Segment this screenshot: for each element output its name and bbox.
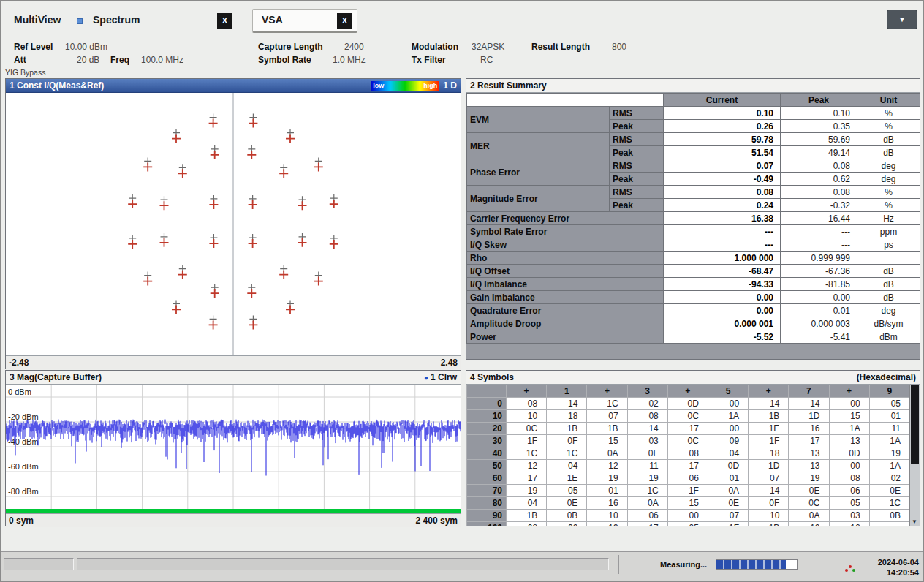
symbol-cell: 09 bbox=[708, 435, 748, 447]
symbol-cell: 00 bbox=[547, 522, 587, 527]
result-row: I/Q Offset-68.47-67.36dB bbox=[467, 265, 920, 278]
magnitude-x-axis: 0 sym 2 400 sym bbox=[6, 513, 461, 527]
symbol-cell: 10 bbox=[749, 510, 789, 522]
constellation-plot-area[interactable] bbox=[6, 93, 461, 355]
symbol-cell: 02 bbox=[869, 472, 909, 485]
symbol-cell: 16 bbox=[587, 497, 627, 510]
symbol-cell: 1D bbox=[749, 460, 789, 472]
result-length-value[interactable]: 800 bbox=[612, 42, 626, 52]
constellation-window: 1 Const I/Q(Meas&Ref) low high 1 D -2.48… bbox=[5, 78, 461, 369]
magnitude-window-title[interactable]: 3 Mag(Capture Buffer) ● 1 Clrw bbox=[6, 371, 461, 385]
symbol-cell: 06 bbox=[829, 485, 869, 497]
result-peak-value: 49.14 bbox=[781, 146, 857, 159]
svg-text:0 dBm: 0 dBm bbox=[8, 388, 31, 396]
symbol-cell: 00 bbox=[708, 398, 748, 410]
result-current-value: 0.07 bbox=[664, 159, 781, 173]
constellation-window-title[interactable]: 1 Const I/Q(Meas&Ref) low high 1 D bbox=[6, 79, 461, 93]
symbol-cell: 17 bbox=[667, 460, 708, 472]
symbol-cell: 08 bbox=[627, 410, 667, 423]
tab-multiview[interactable]: MultiView bbox=[14, 14, 61, 26]
result-row: Symbol Rate Error------ppm bbox=[467, 225, 920, 238]
x-axis-start: 0 sym bbox=[9, 515, 34, 526]
symbol-cell: 19 bbox=[789, 472, 829, 485]
result-param-name: Symbol Rate Error bbox=[467, 225, 664, 238]
symbol-cell: 11 bbox=[627, 460, 667, 472]
symbol-cell: 02 bbox=[627, 398, 667, 410]
symbol-cell: 0E bbox=[789, 485, 829, 497]
att-label: Att bbox=[14, 55, 26, 65]
x-axis-max: 2.48 bbox=[441, 358, 458, 368]
result-param-name: Phase Error bbox=[467, 159, 610, 186]
measuring-section: Measuring... bbox=[618, 555, 836, 574]
modulation-value[interactable]: 32APSK bbox=[472, 42, 504, 52]
tab-vsa-label: VSA bbox=[262, 14, 283, 26]
modulation-label: Modulation bbox=[412, 42, 458, 52]
result-param-name: I/Q Imbalance bbox=[467, 278, 664, 291]
result-param-name: Rho bbox=[467, 252, 664, 265]
result-row: I/Q Skew------ps bbox=[467, 238, 920, 252]
symbols-table: +1+3+5+7+9 008141C020D001414000510101807… bbox=[466, 385, 910, 526]
result-unit: % bbox=[857, 199, 920, 212]
att-value[interactable]: 20 dB bbox=[77, 55, 99, 65]
symbol-cell: 18 bbox=[749, 447, 789, 460]
symbol-cell: 05 bbox=[829, 497, 869, 510]
ref-level-value[interactable]: 10.00 dBm bbox=[65, 42, 107, 52]
symbol-rate-value[interactable]: 1.0 MHz bbox=[333, 55, 366, 65]
symbol-cell: 1A bbox=[869, 460, 909, 472]
tx-filter-value[interactable]: RC bbox=[480, 55, 493, 65]
symbols-col-header: 9 bbox=[869, 385, 909, 398]
tab-vsa[interactable]: VSA X bbox=[252, 9, 357, 33]
symbols-window-title[interactable]: 4 Symbols (Hexadecimal) bbox=[466, 371, 920, 385]
symbol-cell: 19 bbox=[507, 485, 547, 497]
symbol-cell: 00 bbox=[829, 398, 869, 410]
symbols-row: 200C1B1B1417001E161A11 bbox=[467, 423, 910, 435]
symbol-cell: 06 bbox=[627, 510, 667, 522]
result-unit: Hz bbox=[857, 212, 920, 225]
result-peak-value: 0.10 bbox=[781, 107, 857, 120]
close-vsa-button[interactable]: X bbox=[337, 13, 352, 29]
freq-label: Freq bbox=[110, 55, 129, 65]
symbol-cell: 1E bbox=[749, 423, 789, 435]
symbol-cell: 14 bbox=[749, 398, 789, 410]
symbol-cell: 05 bbox=[869, 398, 909, 410]
symbol-cell bbox=[869, 522, 909, 527]
result-current-value: 0.000 001 bbox=[664, 317, 781, 330]
symbol-cell: 08 bbox=[829, 472, 869, 485]
result-current-value: --- bbox=[664, 225, 781, 238]
symbol-cell: 10 bbox=[587, 510, 627, 522]
result-header-row: Current Peak Unit bbox=[467, 94, 920, 107]
result-param-name: I/Q Skew bbox=[467, 238, 664, 252]
result-current-value: 51.54 bbox=[664, 146, 781, 159]
svg-text:-60 dBm: -60 dBm bbox=[8, 462, 39, 471]
close-spectrum-button[interactable]: X bbox=[217, 13, 232, 29]
symbol-cell: 05 bbox=[547, 485, 587, 497]
magnitude-plot-area[interactable]: 0 dBm-20 dBm-40 dBm-60 dBm-80 dBm bbox=[6, 385, 461, 513]
result-unit: % bbox=[857, 107, 920, 120]
symbol-cell: 1B bbox=[587, 423, 627, 435]
freq-value[interactable]: 100.0 MHz bbox=[141, 55, 183, 65]
result-current-value: 0.24 bbox=[664, 199, 781, 212]
symbols-row-address: 60 bbox=[467, 472, 507, 485]
capture-length-value[interactable]: 2400 bbox=[344, 42, 364, 52]
result-unit: dB bbox=[857, 278, 920, 291]
tx-filter-label: Tx Filter bbox=[412, 55, 446, 65]
symbol-cell: 07 bbox=[708, 510, 748, 522]
symbols-scrollbar[interactable]: ▼ bbox=[909, 385, 920, 526]
magnitude-window: 3 Mag(Capture Buffer) ● 1 Clrw 0 dBm-20 … bbox=[5, 370, 461, 526]
symbols-row: 80040E160A150E0F0C051C bbox=[467, 497, 910, 510]
result-row: I/Q Imbalance-94.33-81.85dB bbox=[467, 278, 920, 291]
symbol-cell: 0E bbox=[869, 485, 909, 497]
symbol-cell: 1F bbox=[667, 485, 708, 497]
symbol-cell: 1B bbox=[749, 410, 789, 423]
result-stat-label: RMS bbox=[610, 133, 664, 146]
result-summary-window-title[interactable]: 2 Result Summary bbox=[466, 79, 920, 93]
symbols-scrollbar-thumb[interactable] bbox=[911, 385, 919, 464]
tab-overflow-menu-button[interactable]: ▼ bbox=[887, 10, 917, 29]
symbol-cell: 15 bbox=[667, 497, 708, 510]
symbols-row: 701905011C1F0A140E060E bbox=[467, 485, 910, 497]
symbol-cell: 0A bbox=[627, 497, 667, 510]
tab-spectrum[interactable]: Spectrum bbox=[93, 14, 140, 26]
connection-status-icon bbox=[845, 562, 857, 572]
symbol-cell: 14 bbox=[547, 398, 587, 410]
scroll-down-icon[interactable]: ▼ bbox=[912, 518, 917, 526]
